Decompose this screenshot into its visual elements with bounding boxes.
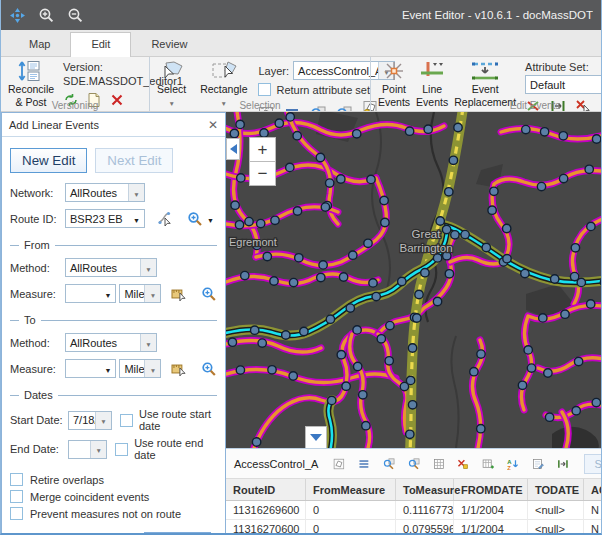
to-units-select[interactable]: Miles	[119, 359, 161, 378]
map-view[interactable]: Egremont Great Barrington + −	[226, 112, 602, 448]
chevron-down-icon[interactable]	[100, 360, 115, 377]
table-attributes-icon[interactable]	[358, 456, 370, 472]
column-header[interactable]: TODATE	[528, 479, 584, 500]
next-edit-button[interactable]: Next Edit	[95, 148, 173, 173]
cell-frommeasure[interactable]: 0	[306, 520, 396, 535]
cell-frommeasure[interactable]: 0	[306, 501, 396, 520]
chevron-down-icon[interactable]	[129, 210, 144, 227]
from-method-select[interactable]: AllRoutes	[65, 258, 157, 277]
chevron-down-icon[interactable]	[140, 334, 156, 351]
merge-coincident-events-label: Merge coincident events	[30, 491, 149, 503]
route-id-combo[interactable]: BSR23 EB	[65, 209, 145, 228]
chevron-down-icon[interactable]	[95, 412, 111, 429]
map-canvas[interactable]: Egremont Great Barrington	[226, 112, 602, 448]
cell-ac[interactable]: N	[584, 501, 602, 520]
from-section-legend: From	[10, 239, 217, 251]
pan-icon[interactable]	[9, 7, 26, 24]
attribute-set-select[interactable]: Default	[525, 75, 601, 94]
chevron-down-icon[interactable]	[144, 360, 160, 377]
tab-review[interactable]: Review	[131, 33, 207, 56]
column-header[interactable]: ToMeasure	[396, 479, 454, 500]
map-zoom-in-button[interactable]: +	[249, 137, 276, 162]
cell-tomeasure[interactable]: 0.1116773	[396, 501, 454, 520]
chevron-down-icon[interactable]	[140, 259, 156, 276]
close-icon[interactable]: ✕	[208, 118, 218, 132]
cell-fromdate[interactable]: 1/1/2004	[454, 501, 528, 520]
tab-edit[interactable]: Edit	[70, 32, 131, 57]
table-sort-icon[interactable]: A Z	[507, 456, 519, 472]
table-zoom-selected-icon[interactable]	[383, 456, 395, 472]
table-select-icon[interactable]	[333, 456, 345, 472]
column-header[interactable]: FromMeasure	[306, 479, 396, 500]
select-icon	[160, 60, 184, 82]
versioning-group-label: Versioning	[1, 100, 149, 111]
table-row[interactable]: 11316270600 0 0.0795596 1/1/2004 <null> …	[226, 520, 602, 535]
from-method-value: AllRoutes	[66, 262, 140, 274]
to-zoom-icon[interactable]	[201, 361, 217, 377]
chevron-down-icon[interactable]	[144, 285, 160, 302]
cell-todate[interactable]: <null>	[528, 501, 584, 520]
point-events-label-1: Point	[382, 83, 406, 96]
cell-fromdate[interactable]: 1/1/2004	[454, 520, 528, 535]
column-header[interactable]: FROMDATE	[454, 479, 528, 500]
cell-routeid[interactable]: 11316269600	[226, 501, 306, 520]
cell-ac[interactable]: N	[584, 520, 602, 535]
collapse-panel-button[interactable]	[226, 138, 240, 160]
retire-overlaps-checkbox[interactable]	[10, 473, 23, 486]
map-label-barrington: Barrington	[399, 242, 452, 254]
zoom-in-icon[interactable]	[38, 7, 55, 24]
chevron-down-icon[interactable]	[128, 184, 144, 201]
table-delete-selected-icon[interactable]	[457, 456, 469, 472]
line-events-label-1: Line	[422, 83, 442, 96]
chevron-down-icon[interactable]	[90, 441, 106, 458]
table-add-row-icon[interactable]	[482, 456, 494, 472]
window-title: Event Editor - v10.6.1 - docMassDOT	[402, 9, 593, 21]
event-replacement-icon	[470, 60, 500, 82]
prevent-measures-label: Prevent measures not on route	[30, 508, 181, 520]
merge-coincident-events-checkbox[interactable]	[10, 490, 23, 503]
use-route-start-date-checkbox[interactable]	[120, 414, 133, 427]
table-row[interactable]: 11316269600 0 0.1116773 1/1/2004 <null> …	[226, 501, 602, 520]
use-route-end-date-checkbox[interactable]	[115, 443, 128, 456]
zoom-out-icon[interactable]	[67, 7, 84, 24]
group-versioning: Reconcile & Post Version: SDE.MASSDOT_ed…	[1, 57, 149, 111]
network-select[interactable]: AllRoutes	[65, 183, 145, 202]
rectangle-label: Rectangle	[200, 83, 247, 96]
column-header[interactable]: AC	[584, 479, 602, 500]
to-measure-combo[interactable]	[65, 359, 116, 378]
attribute-set-value: Default	[526, 79, 601, 91]
map-zoom-out-button[interactable]: −	[249, 161, 276, 186]
prevent-measures-checkbox[interactable]	[10, 507, 23, 520]
save-button[interactable]: Sa	[584, 454, 602, 474]
to-measure-label: Measure:	[10, 363, 65, 375]
from-measure-on-map-icon[interactable]	[171, 286, 187, 302]
table-grid-icon[interactable]	[433, 456, 445, 472]
table-extend-icon[interactable]	[557, 456, 569, 472]
select-label: Select	[157, 83, 186, 96]
select-route-on-map-icon[interactable]	[157, 211, 173, 227]
cell-routeid[interactable]: 11316270600	[226, 520, 306, 535]
from-zoom-icon[interactable]	[201, 286, 217, 302]
return-attribute-set-checkbox[interactable]	[258, 83, 271, 96]
to-measure-on-map-icon[interactable]	[171, 361, 187, 377]
column-header[interactable]: RouteID	[226, 479, 306, 500]
from-measure-combo[interactable]	[65, 284, 116, 303]
table-pan-selected-icon[interactable]	[408, 456, 420, 472]
cell-todate[interactable]: <null>	[528, 520, 584, 535]
end-date-field[interactable]	[68, 440, 107, 459]
selection-group-label: Selection	[150, 100, 370, 111]
dates-section-legend: Dates	[10, 389, 217, 401]
cell-tomeasure[interactable]: 0.0795596	[396, 520, 454, 535]
new-edit-button[interactable]: New Edit	[10, 148, 87, 173]
from-units-select[interactable]: Miles	[119, 284, 161, 303]
table-edit-note-icon[interactable]	[532, 456, 544, 472]
table-toolbar: AccessControl_A A Z	[226, 449, 602, 479]
zoom-route-button[interactable]	[187, 211, 214, 227]
reconcile-post-icon	[18, 60, 44, 82]
collapse-table-button[interactable]	[305, 426, 327, 448]
to-method-select[interactable]: AllRoutes	[65, 333, 157, 352]
start-date-field[interactable]: 7/18/	[68, 411, 112, 430]
tab-map[interactable]: Map	[9, 33, 70, 56]
chevron-down-icon[interactable]	[100, 285, 115, 302]
start-date-label: Start Date:	[10, 414, 68, 426]
